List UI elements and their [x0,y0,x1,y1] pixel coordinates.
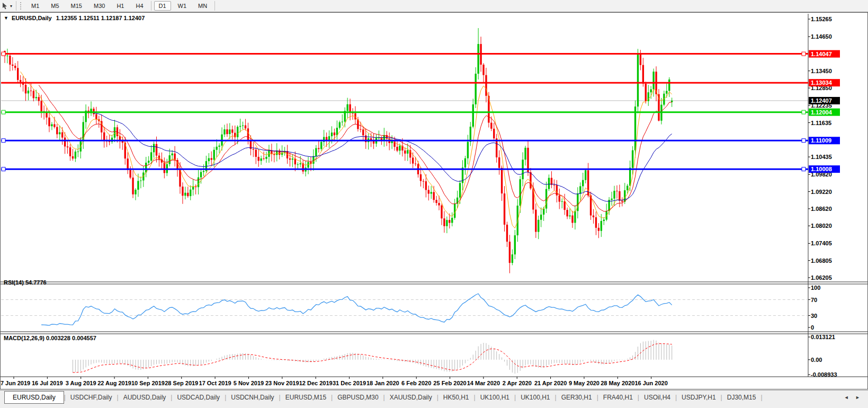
hline-handle[interactable] [2,167,5,171]
hline-1.11009[interactable]: 1.11009 [1,137,840,144]
date-label: 2 Apr 2020 [503,380,532,386]
tab-fra40-h1[interactable]: FRA40,H1 [598,392,638,403]
date-label: 31 Dec 2019 [333,380,366,386]
rsi-level-label: 0 [811,324,814,331]
hline-price-badge-label: 1.13034 [811,79,833,86]
price-tick-label: 1.13450 [811,68,832,74]
timeframe-button-m5[interactable]: M5 [46,1,64,11]
candlestick-series [4,28,673,273]
tab-uk100-h1[interactable]: UK100,H1 [476,392,514,403]
tab-usoil-h4[interactable]: USOil,H4 [639,392,675,403]
date-label: 12 Dec 2019 [299,380,333,386]
hline-1.14047[interactable]: 1.14047 [1,50,840,58]
price-tick-label: 1.08620 [811,206,832,212]
price-tick-label: 1.09220 [811,189,832,195]
tab-usdcnh-daily[interactable]: USDCNH,Daily [226,392,279,403]
price-tick-label: 1.06805 [811,258,832,264]
tab-usdcad-daily[interactable]: USDCAD,Daily [172,392,225,403]
timeframe-button-h4[interactable]: H4 [131,1,148,11]
timeframe-button-m15[interactable]: M15 [66,1,87,11]
timeframe-button-h1[interactable]: H1 [112,1,129,11]
tab-usdchf-daily[interactable]: USDCHF,Daily [66,392,117,403]
rsi-level-label: 70 [811,297,817,303]
hline-handle[interactable] [802,52,806,56]
symbol-tab-bar: EURUSD,Daily|USDCHF,Daily|AUDUSD,Daily|U… [0,390,868,408]
hline-price-badge-label: 1.11009 [811,137,831,144]
ma-fast-line [21,72,672,228]
top-toolbar: ▾ M1M5M15M30H1H4D1W1MN [0,0,868,12]
chart-canvas[interactable]: 1.152651.146501.134501.128501.122351.116… [1,13,867,389]
tab-ger30-h1[interactable]: GER30,H1 [557,392,597,403]
rsi-indicator-label: RSI(14) 54.7776 [4,279,47,286]
rsi-level-label: 100 [811,285,820,291]
hline-price-badge-label: 1.14047 [811,51,832,57]
date-label: 6 Feb 2020 [401,380,431,386]
hline-handle[interactable] [802,110,806,114]
tab-usdjpy-h1[interactable]: USDJPY,H1 [677,392,720,403]
hline-handle[interactable] [802,167,806,171]
timeframe-button-d1[interactable]: D1 [154,1,171,11]
tab-xauusd-daily[interactable]: XAUUSD,Daily [385,392,437,403]
price-tick-label: 1.07405 [811,240,832,246]
date-label: 14 Mar 2020 [467,380,500,386]
timeframe-button-m30[interactable]: M30 [89,1,110,11]
tab-scroll-left-icon[interactable]: ◄ [842,395,852,400]
hline-handle[interactable] [2,52,5,56]
cursor-pointer-icon[interactable] [2,2,8,10]
date-label: 22 Aug 2019 [97,380,131,386]
date-label: 5 Nov 2019 [234,380,264,386]
toolbar-grip-handle[interactable] [20,2,22,10]
hline-handle[interactable] [2,139,5,143]
hline-handle[interactable] [2,110,5,114]
tab-dj30-m15[interactable]: DJ30,M15 [722,392,761,403]
date-label: 28 May 2020 [601,380,634,386]
toolbar-separator [214,1,215,11]
price-tick-label: 1.14650 [811,33,832,40]
price-tick-label: 1.10435 [811,154,832,160]
current-price-badge-label: 1.12407 [811,97,832,104]
price-tick-label: 1.06205 [811,274,832,281]
chart-title-symbol: EURUSD,Daily [12,15,52,21]
date-label: 23 Nov 2019 [265,380,299,386]
macd-histogram [73,340,672,374]
cursor-dropdown-caret[interactable]: ▾ [10,4,12,8]
tab-eurusd-m15[interactable]: EURUSD,M15 [281,392,331,403]
date-label: 27 Jun 2019 [1,380,30,386]
macd-indicator-label: MACD(12,26,9) 0.003228 0.004557 [4,335,96,341]
hline-handle[interactable] [802,139,806,143]
chart-window: 1.152651.146501.134501.128501.122351.116… [0,12,868,389]
date-label: 21 Apr 2020 [534,380,567,386]
tab-uk100-h1[interactable]: UK100,H1 [516,392,554,403]
cursor-pointer-icon-svg [2,2,8,10]
tab-scroll-arrows: ◄ ► [842,392,868,400]
tab-eurusd-daily[interactable]: EURUSD,Daily [4,391,64,404]
price-tick-label: 1.15265 [811,16,832,22]
tab-scroll-right-icon[interactable]: ► [853,395,863,400]
date-label: 17 Oct 2019 [199,380,231,386]
hline-1.12004[interactable]: 1.12004 [1,109,840,116]
toolbar-separator [151,1,151,11]
timeframe-button-mn[interactable]: MN [193,1,212,11]
rsi-line [41,294,672,325]
tab-audusd-daily[interactable]: AUDUSD,Daily [119,392,171,403]
date-label: 25 Feb 2020 [433,380,466,386]
timeframe-button-m1[interactable]: M1 [26,1,44,11]
macd-level-label: 0.00 [811,357,822,363]
hline-1.13034[interactable]: 1.13034 [1,79,840,86]
timeframe-buttons: M1M5M15M30H1H4D1W1MN [25,1,217,11]
tab-gbpusd-m30[interactable]: GBPUSD,M30 [333,392,383,403]
rsi-level-label: 30 [811,313,817,319]
date-label: 9 May 2020 [569,380,599,386]
chart-title-caret-icon[interactable]: ▼ [4,15,8,21]
price-tick-label: 1.08020 [811,223,832,229]
macd-level-label: -0.008933 [811,371,837,378]
chart-title-ohlc: 1.12355 1.12511 1.12187 1.12407 [56,15,145,21]
date-label: 18 Jan 2020 [366,380,399,386]
tab-hk50-h1[interactable]: HK50,H1 [439,392,474,403]
price-tick-label: 1.11635 [811,120,831,126]
macd-signal-line [73,344,672,372]
timeframe-button-w1[interactable]: W1 [173,1,192,11]
macd-level-label: 0.013121 [811,334,835,340]
chart-title: ▼ EURUSD,Daily 1.12355 1.12511 1.12187 1… [4,15,145,21]
symbol-tabs: EURUSD,Daily|USDCHF,Daily|AUDUSD,Daily|U… [0,392,763,404]
